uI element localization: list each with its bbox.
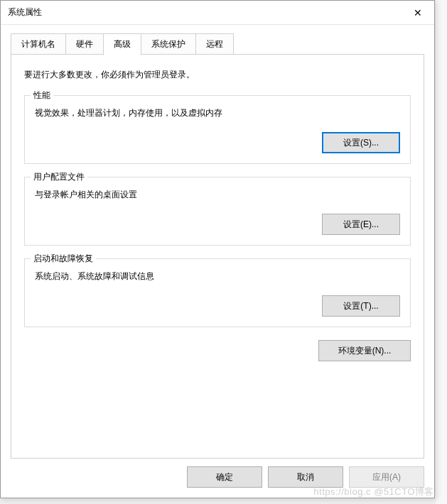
ok-button[interactable]: 确定: [187, 466, 262, 488]
dialog-title: 系统属性: [8, 6, 42, 18]
tab-computer-name[interactable]: 计算机名: [11, 33, 66, 55]
tab-remote[interactable]: 远程: [195, 33, 234, 55]
tab-advanced[interactable]: 高级: [103, 33, 141, 55]
cancel-button[interactable]: 取消: [268, 466, 343, 488]
apply-button[interactable]: 应用(A): [349, 466, 424, 488]
tab-hardware[interactable]: 硬件: [65, 33, 104, 55]
performance-settings-button[interactable]: 设置(S)...: [322, 132, 400, 153]
close-icon: ✕: [414, 7, 422, 18]
user-profiles-button-row: 设置(E)...: [35, 214, 400, 235]
performance-group: 性能 视觉效果，处理器计划，内存使用，以及虚拟内存 设置(S)...: [24, 95, 411, 164]
admin-instruction: 要进行大多数更改，你必须作为管理员登录。: [24, 69, 411, 81]
background-strip: [436, 0, 447, 504]
startup-recovery-button-row: 设置(T)...: [35, 295, 400, 317]
titlebar: 系统属性 ✕: [1, 1, 434, 25]
user-profiles-group: 用户配置文件 与登录帐户相关的桌面设置 设置(E)...: [24, 177, 411, 246]
startup-recovery-title: 启动和故障恢复: [31, 253, 96, 265]
dialog-footer: 确定 取消 应用(A): [187, 466, 424, 488]
tab-system-protection[interactable]: 系统保护: [141, 33, 196, 55]
environment-variables-button[interactable]: 环境变量(N)...: [318, 340, 411, 361]
startup-recovery-group: 启动和故障恢复 系统启动、系统故障和调试信息 设置(T)...: [24, 258, 411, 327]
startup-recovery-settings-button[interactable]: 设置(T)...: [322, 295, 400, 317]
system-properties-dialog: 系统属性 ✕ 计算机名 硬件 高级 系统保护 远程 要进行大多数更改，你必须作为…: [0, 0, 435, 498]
close-button[interactable]: ✕: [402, 1, 434, 24]
performance-desc: 视觉效果，处理器计划，内存使用，以及虚拟内存: [35, 107, 400, 119]
user-profiles-settings-button[interactable]: 设置(E)...: [322, 214, 400, 235]
startup-recovery-desc: 系统启动、系统故障和调试信息: [35, 270, 400, 283]
performance-title: 性能: [31, 89, 53, 102]
tab-strip: 计算机名 硬件 高级 系统保护 远程: [1, 25, 434, 55]
tab-panel-advanced: 要进行大多数更改，你必须作为管理员登录。 性能 视觉效果，处理器计划，内存使用，…: [11, 54, 424, 459]
user-profiles-desc: 与登录帐户相关的桌面设置: [35, 189, 400, 201]
env-var-row: 环境变量(N)...: [24, 340, 411, 361]
performance-button-row: 设置(S)...: [35, 132, 400, 153]
user-profiles-title: 用户配置文件: [31, 171, 87, 183]
